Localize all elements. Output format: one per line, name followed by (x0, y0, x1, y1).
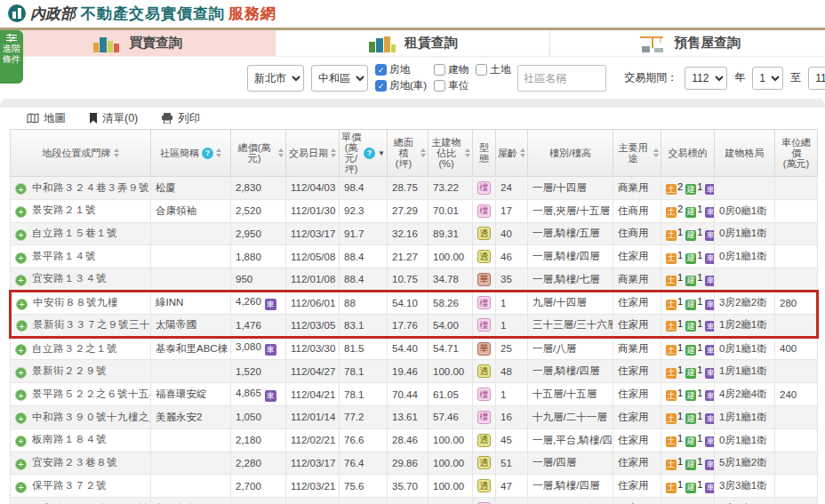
cell-address: +宜安路２３巷８號 (11, 452, 151, 475)
column-header[interactable]: 交易日期 (286, 130, 340, 177)
building-type-badge: 透 (477, 364, 491, 378)
target-car-badge: 車 (705, 368, 714, 379)
expand-row-icon[interactable]: + (16, 299, 28, 310)
expand-row-icon[interactable]: + (15, 482, 27, 493)
table-row[interactable]: +中和路３９０號十九樓之八美麗永安21,050112/01/1477.213.6… (11, 405, 818, 428)
table-row[interactable]: +中和路３２４巷３弄９號松廈2,830112/04/0398.428.7573.… (11, 177, 818, 200)
checkbox-box[interactable]: ✓ (375, 64, 387, 76)
table-row[interactable]: +景新街２２９號1,520112/04/2778.119.46100.00透48… (11, 360, 818, 383)
checkbox-box[interactable]: ✓ (375, 80, 387, 92)
checkbox-房地(車)[interactable]: ✓房地(車) (375, 79, 427, 92)
district-select[interactable]: 中和區 (311, 65, 368, 92)
table-row[interactable]: +景平路１４號1,880112/05/0888.421.27100.00透46一… (11, 245, 818, 268)
cell-usage: 商業用 (613, 177, 661, 200)
expand-row-icon[interactable]: + (15, 275, 27, 286)
sliders-icon (6, 34, 17, 42)
expand-row-icon[interactable]: + (15, 459, 27, 470)
advanced-conditions-tab[interactable]: 進階條件 (0, 30, 23, 84)
sort-icon[interactable] (278, 148, 284, 157)
cell-targets: 土1建1車0 (661, 360, 715, 383)
cell-area: 10.75 (388, 268, 429, 292)
expand-row-icon[interactable]: + (15, 367, 27, 379)
expand-row-icon[interactable]: + (16, 320, 28, 332)
expand-row-icon[interactable]: + (15, 436, 27, 447)
expand-row-icon[interactable]: + (15, 389, 27, 401)
sort-icon[interactable] (465, 148, 470, 157)
cell-parking-price (775, 475, 818, 498)
table-row[interactable]: +景安路２１號合康領袖2,520112/01/3092.327.2970.01樓… (11, 199, 818, 222)
table-row[interactable]: +板南路１８４號2,180112/02/2176.628.46100.00透45… (11, 428, 818, 452)
expand-row-icon[interactable]: + (15, 344, 27, 356)
cell-total-price: 2,520 (231, 199, 286, 222)
help-icon[interactable]: ? (364, 148, 375, 159)
column-header[interactable]: 主建物 佔比(%) (429, 130, 473, 177)
table-row[interactable]: +中安街８８號九樓綠INN4,260車112/06/018854.1058.26… (11, 291, 818, 314)
expand-row-icon[interactable]: + (15, 412, 27, 424)
tab-presale-search[interactable]: 預售屋查詢 (549, 30, 825, 56)
site-header[interactable]: 內政部 不動產交易實價查詢 服務網 (0, 0, 825, 27)
table-row[interactable]: +中和路３９０號二十一樓之十二美麗永安21,320112/03/0175.617… (11, 498, 818, 504)
table-row[interactable]: +自立路１５巷１號2,950112/03/1791.732.1689.31透40… (11, 222, 818, 245)
saved-list-button[interactable]: 清單(0) (89, 111, 138, 126)
sort-icon[interactable] (653, 148, 659, 157)
tab-rent-search[interactable]: 租賃查詢 (275, 30, 550, 56)
print-button[interactable]: 列印 (161, 111, 200, 126)
expand-row-icon[interactable]: + (15, 252, 27, 264)
checkbox-房地[interactable]: ✓房地 (375, 63, 427, 76)
car-included-badge: 車 (265, 390, 276, 402)
cell-address: +宜安路１３４號 (11, 268, 151, 292)
help-icon[interactable]: ? (202, 148, 213, 159)
table-row[interactable]: +保平路３７２號2,700112/03/2175.635.70100.00透47… (11, 475, 818, 498)
column-header[interactable]: 總面積 (坪) (388, 130, 429, 177)
column-header[interactable]: 單價 (萬元/坪)?▼ (340, 130, 388, 177)
cell-community: 美麗永安2 (151, 405, 231, 428)
checkbox-土地[interactable]: 土地 (476, 63, 510, 76)
year-to-select[interactable]: 112 (808, 67, 825, 90)
column-header[interactable]: 總價(萬元) (231, 130, 286, 177)
tab-sale-search[interactable]: 買賣查詢 (0, 30, 275, 56)
sort-icon[interactable] (114, 148, 119, 157)
table-row[interactable]: +景新街３３７之９號三十三樓太陽帝國1,476112/03/0583.117.7… (11, 314, 818, 337)
checkbox-box[interactable] (434, 80, 445, 92)
expand-row-icon[interactable]: + (15, 183, 27, 195)
column-label: 建物格局 (725, 148, 765, 158)
expand-row-icon[interactable]: + (15, 229, 27, 241)
cell-unit-price: 75.6 (340, 475, 388, 498)
column-header[interactable]: 社區簡稱? (151, 130, 231, 177)
cell-area: 35.70 (388, 475, 429, 498)
sort-icon[interactable] (331, 148, 336, 157)
target-land-badge: 土 (666, 230, 677, 241)
sort-icon[interactable] (421, 148, 426, 157)
map-view-button[interactable]: 地圖 (27, 111, 66, 126)
table-row[interactable]: +自立路３２之１號基泰和里ABC棟3,080車112/03/3081.554.4… (11, 337, 818, 360)
checkbox-label: 房地(車) (389, 79, 427, 92)
month-from-select[interactable]: 1 (752, 67, 783, 90)
cell-unit-price: 77.2 (340, 405, 388, 428)
expand-row-icon[interactable]: + (15, 206, 27, 218)
table-row[interactable]: +景平路５２２之６號十五樓福喜環安綻4,865車112/04/2178.170.… (11, 383, 818, 406)
checkbox-車位[interactable]: 車位 (434, 79, 469, 92)
sort-icon[interactable] (216, 148, 221, 157)
bookmark-icon (89, 113, 98, 124)
sort-desc-icon[interactable]: ▼ (378, 149, 385, 157)
column-header[interactable]: 主要用途 (613, 130, 661, 177)
cell-area: 13.61 (388, 405, 429, 428)
city-select[interactable]: 新北市 (247, 65, 304, 92)
column-header: 建物格局 (715, 130, 775, 177)
building-type-badge: 透 (477, 227, 491, 240)
checkbox-box[interactable] (434, 64, 445, 76)
table-row[interactable]: +宜安路２３巷８號2,280112/03/1776.429.86100.00透5… (11, 452, 818, 475)
community-name-input[interactable] (517, 65, 606, 92)
checkbox-box[interactable] (476, 64, 487, 76)
cell-area: 17.76 (388, 314, 429, 337)
table-row[interactable]: +宜安路１３４號950112/01/0888.410.7534.78華35一層,… (11, 268, 818, 292)
column-header[interactable]: 地段位置或門牌 (11, 130, 151, 177)
checkbox-建物[interactable]: 建物 (434, 63, 469, 76)
sort-icon[interactable] (520, 148, 525, 157)
site-logo-icon (7, 4, 27, 23)
target-build-count: 1 (697, 388, 702, 398)
cell-community: 福喜環安綻 (151, 383, 231, 406)
cell-community: 綠INN (151, 291, 231, 314)
year-from-select[interactable]: 112 (685, 67, 727, 90)
column-header[interactable]: 屋齡 (496, 130, 528, 177)
